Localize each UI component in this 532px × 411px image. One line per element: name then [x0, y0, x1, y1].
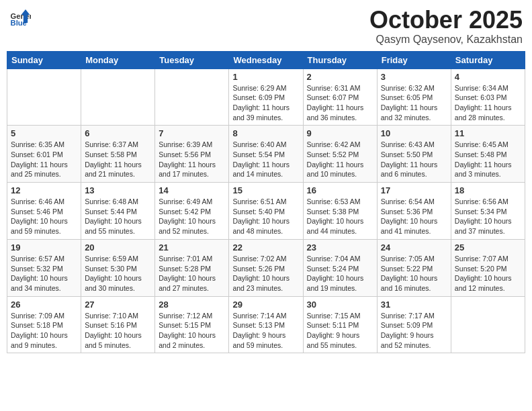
page-header: General Blue October 2025 Qasym Qaysenov…	[7, 7, 525, 46]
day-info: Sunrise: 6:56 AM Sunset: 5:34 PM Dayligh…	[455, 197, 521, 236]
day-info: Sunrise: 6:49 AM Sunset: 5:42 PM Dayligh…	[159, 197, 225, 236]
weekday-header-sunday: Sunday	[7, 51, 81, 68]
day-cell: 29Sunrise: 7:14 AM Sunset: 5:13 PM Dayli…	[229, 296, 303, 353]
day-number: 1	[232, 72, 299, 82]
day-info: Sunrise: 6:34 AM Sunset: 6:03 PM Dayligh…	[455, 83, 521, 123]
day-cell: 28Sunrise: 7:12 AM Sunset: 5:15 PM Dayli…	[155, 296, 229, 353]
day-number: 26	[11, 300, 77, 310]
day-cell: 16Sunrise: 6:53 AM Sunset: 5:38 PM Dayli…	[303, 183, 377, 240]
day-number: 6	[85, 128, 151, 138]
day-number: 27	[85, 300, 151, 310]
weekday-header-wednesday: Wednesday	[229, 51, 303, 68]
day-cell: 3Sunrise: 6:32 AM Sunset: 6:05 PM Daylig…	[377, 68, 451, 126]
day-number: 14	[159, 185, 225, 195]
day-cell: 30Sunrise: 7:15 AM Sunset: 5:11 PM Dayli…	[303, 296, 377, 353]
logo-icon: General Blue	[9, 7, 31, 28]
day-number: 12	[11, 185, 77, 195]
day-number: 11	[455, 128, 521, 138]
week-row-4: 19Sunrise: 6:57 AM Sunset: 5:32 PM Dayli…	[7, 239, 525, 296]
weekday-header-thursday: Thursday	[303, 51, 377, 68]
day-number: 8	[232, 128, 299, 138]
weekday-header-friday: Friday	[377, 51, 451, 68]
day-info: Sunrise: 6:39 AM Sunset: 5:56 PM Dayligh…	[159, 140, 225, 179]
day-number: 30	[307, 300, 373, 310]
day-info: Sunrise: 6:43 AM Sunset: 5:50 PM Dayligh…	[381, 140, 447, 179]
day-cell: 26Sunrise: 7:09 AM Sunset: 5:18 PM Dayli…	[7, 296, 81, 353]
day-info: Sunrise: 6:29 AM Sunset: 6:09 PM Dayligh…	[232, 83, 299, 123]
day-number: 29	[232, 300, 299, 310]
day-number: 23	[307, 242, 373, 253]
week-row-5: 26Sunrise: 7:09 AM Sunset: 5:18 PM Dayli…	[7, 296, 525, 353]
day-info: Sunrise: 7:04 AM Sunset: 5:24 PM Dayligh…	[307, 254, 373, 293]
day-number: 25	[455, 242, 521, 253]
day-info: Sunrise: 6:37 AM Sunset: 5:58 PM Dayligh…	[85, 140, 151, 179]
day-info: Sunrise: 7:09 AM Sunset: 5:18 PM Dayligh…	[11, 311, 77, 351]
month-title: October 2025	[369, 7, 523, 34]
day-info: Sunrise: 7:01 AM Sunset: 5:28 PM Dayligh…	[159, 254, 225, 293]
day-cell: 27Sunrise: 7:10 AM Sunset: 5:16 PM Dayli…	[81, 296, 155, 353]
day-cell: 14Sunrise: 6:49 AM Sunset: 5:42 PM Dayli…	[155, 183, 229, 240]
day-info: Sunrise: 6:57 AM Sunset: 5:32 PM Dayligh…	[11, 254, 77, 293]
day-cell: 7Sunrise: 6:39 AM Sunset: 5:56 PM Daylig…	[155, 126, 229, 183]
day-number: 15	[232, 185, 299, 195]
day-number: 2	[307, 72, 373, 82]
day-cell: 18Sunrise: 6:56 AM Sunset: 5:34 PM Dayli…	[451, 183, 525, 240]
week-row-1: 1Sunrise: 6:29 AM Sunset: 6:09 PM Daylig…	[7, 68, 525, 126]
logo: General Blue	[9, 7, 34, 28]
day-number: 21	[159, 242, 225, 253]
day-number: 17	[381, 185, 447, 195]
day-info: Sunrise: 7:14 AM Sunset: 5:13 PM Dayligh…	[232, 311, 299, 351]
calendar-table: SundayMondayTuesdayWednesdayThursdayFrid…	[7, 51, 525, 354]
day-cell: 10Sunrise: 6:43 AM Sunset: 5:50 PM Dayli…	[377, 126, 451, 183]
day-cell: 5Sunrise: 6:35 AM Sunset: 6:01 PM Daylig…	[7, 126, 81, 183]
day-info: Sunrise: 6:32 AM Sunset: 6:05 PM Dayligh…	[381, 83, 447, 123]
day-cell: 9Sunrise: 6:42 AM Sunset: 5:52 PM Daylig…	[303, 126, 377, 183]
day-info: Sunrise: 6:31 AM Sunset: 6:07 PM Dayligh…	[307, 83, 373, 123]
day-info: Sunrise: 6:48 AM Sunset: 5:44 PM Dayligh…	[85, 197, 151, 236]
day-number: 5	[11, 128, 77, 138]
week-row-3: 12Sunrise: 6:46 AM Sunset: 5:46 PM Dayli…	[7, 183, 525, 240]
day-number: 7	[159, 128, 225, 138]
day-cell: 17Sunrise: 6:54 AM Sunset: 5:36 PM Dayli…	[377, 183, 451, 240]
day-info: Sunrise: 7:02 AM Sunset: 5:26 PM Dayligh…	[232, 254, 299, 293]
day-number: 20	[85, 242, 151, 253]
title-block: October 2025 Qasym Qaysenov, Kazakhstan	[369, 7, 523, 46]
day-info: Sunrise: 7:10 AM Sunset: 5:16 PM Dayligh…	[85, 311, 151, 351]
day-number: 3	[381, 72, 447, 82]
day-cell: 11Sunrise: 6:45 AM Sunset: 5:48 PM Dayli…	[451, 126, 525, 183]
day-cell: 21Sunrise: 7:01 AM Sunset: 5:28 PM Dayli…	[155, 239, 229, 296]
day-number: 10	[381, 128, 447, 138]
day-cell	[451, 296, 525, 353]
day-info: Sunrise: 6:45 AM Sunset: 5:48 PM Dayligh…	[455, 140, 521, 179]
day-number: 28	[159, 300, 225, 310]
day-info: Sunrise: 6:46 AM Sunset: 5:46 PM Dayligh…	[11, 197, 77, 236]
day-number: 31	[381, 300, 447, 310]
day-info: Sunrise: 6:54 AM Sunset: 5:36 PM Dayligh…	[381, 197, 447, 236]
location: Qasym Qaysenov, Kazakhstan	[369, 34, 523, 46]
day-number: 4	[455, 72, 521, 82]
day-info: Sunrise: 7:05 AM Sunset: 5:22 PM Dayligh…	[381, 254, 447, 293]
day-number: 18	[455, 185, 521, 195]
day-info: Sunrise: 6:59 AM Sunset: 5:30 PM Dayligh…	[85, 254, 151, 293]
day-cell: 22Sunrise: 7:02 AM Sunset: 5:26 PM Dayli…	[229, 239, 303, 296]
day-cell: 13Sunrise: 6:48 AM Sunset: 5:44 PM Dayli…	[81, 183, 155, 240]
day-cell: 23Sunrise: 7:04 AM Sunset: 5:24 PM Dayli…	[303, 239, 377, 296]
day-cell	[7, 68, 81, 126]
weekday-header-saturday: Saturday	[451, 51, 525, 68]
day-cell: 12Sunrise: 6:46 AM Sunset: 5:46 PM Dayli…	[7, 183, 81, 240]
day-cell: 25Sunrise: 7:07 AM Sunset: 5:20 PM Dayli…	[451, 239, 525, 296]
day-info: Sunrise: 7:15 AM Sunset: 5:11 PM Dayligh…	[307, 311, 373, 351]
day-number: 19	[11, 242, 77, 253]
day-cell: 6Sunrise: 6:37 AM Sunset: 5:58 PM Daylig…	[81, 126, 155, 183]
weekday-header-monday: Monday	[81, 51, 155, 68]
day-cell	[81, 68, 155, 126]
day-info: Sunrise: 6:51 AM Sunset: 5:40 PM Dayligh…	[232, 197, 299, 236]
week-row-2: 5Sunrise: 6:35 AM Sunset: 6:01 PM Daylig…	[7, 126, 525, 183]
day-number: 16	[307, 185, 373, 195]
day-info: Sunrise: 7:17 AM Sunset: 5:09 PM Dayligh…	[381, 311, 447, 351]
day-number: 24	[381, 242, 447, 253]
day-info: Sunrise: 6:42 AM Sunset: 5:52 PM Dayligh…	[307, 140, 373, 179]
day-cell: 20Sunrise: 6:59 AM Sunset: 5:30 PM Dayli…	[81, 239, 155, 296]
day-info: Sunrise: 6:40 AM Sunset: 5:54 PM Dayligh…	[232, 140, 299, 179]
day-cell: 2Sunrise: 6:31 AM Sunset: 6:07 PM Daylig…	[303, 68, 377, 126]
